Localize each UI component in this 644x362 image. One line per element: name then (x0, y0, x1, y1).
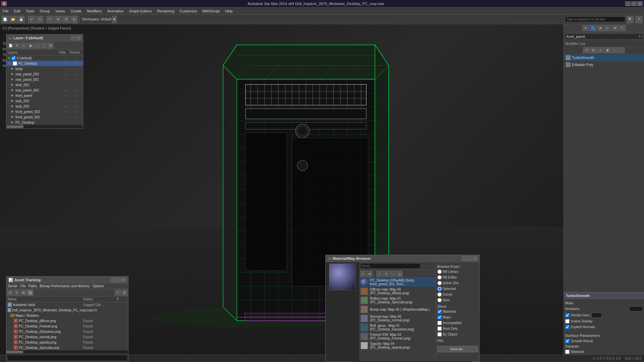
open-button[interactable]: 📂 (9, 16, 17, 23)
layer-check-default[interactable] (11, 56, 16, 60)
mod-move-down-btn[interactable]: ↓ (618, 47, 625, 53)
search-input[interactable] (565, 16, 625, 22)
layer-move-down-btn[interactable]: ↓ (41, 43, 47, 49)
maximize-button[interactable]: □ (631, 1, 637, 6)
menu-customize[interactable]: Customize (177, 8, 200, 14)
materials-check[interactable] (565, 350, 570, 354)
asset-item-opacity[interactable]: T PC_Desktop_opacity.png Found (6, 340, 128, 345)
asset-item-glossines[interactable]: T PC_Desktop_Glossines.png Found (6, 329, 128, 334)
mat-material-list[interactable]: PC_Desktop (VRayMtl) {body, front_greed_… (359, 278, 436, 361)
mod-move-up-btn[interactable]: ↑ (611, 47, 618, 53)
cmd-display-tab[interactable]: 👁 (612, 25, 619, 31)
asset-item-normal[interactable]: T PC_Desktop_normal.png Found (6, 334, 128, 340)
layer-add-sel-btn[interactable]: + (21, 43, 27, 49)
asset-menu-bitmap-perf[interactable]: Bitmap Performance and Memory (40, 284, 90, 288)
mat-item-normal[interactable]: Normal map: Map #6 (PC_Desktop_normal.pn… (359, 314, 436, 323)
iterations-input[interactable]: 0 (629, 306, 643, 311)
modifier-item-editable-poly[interactable]: Editable Poly (564, 61, 644, 68)
menu-animation[interactable]: Animation (105, 8, 126, 14)
mat-search-input[interactable] (360, 263, 421, 269)
mat-delete-btn[interactable]: ✕ (383, 271, 389, 277)
layer-item-stub-001[interactable]: stub_001 — — (6, 82, 83, 87)
layer-help-button[interactable]: ? (71, 36, 75, 40)
asset-search-input[interactable] (7, 355, 127, 361)
menu-file[interactable]: File (0, 8, 11, 14)
asset-minimize-button[interactable]: _ (111, 278, 115, 282)
layer-item-body[interactable]: body — — (6, 66, 83, 71)
mod-make-unique-btn[interactable]: ◇ (597, 47, 604, 53)
menu-edit[interactable]: Edit (11, 8, 23, 14)
asset-close-button[interactable]: ✕ (121, 278, 126, 282)
layer-move-up-btn[interactable]: ↑ (34, 43, 40, 49)
asset-detail-view-btn[interactable]: ▤ (27, 290, 33, 296)
mat-minimize-button[interactable]: _ (462, 256, 467, 261)
layer-new-btn[interactable]: 📄 (7, 43, 13, 49)
layer-scroll-thumb[interactable] (7, 125, 23, 128)
move-button[interactable]: ✛ (54, 16, 62, 23)
layer-item-stub-002[interactable]: stub_002 — — (6, 98, 83, 104)
mat-radio-mtl-editor[interactable]: Mtl Editor (437, 275, 478, 280)
layer-item-pc-desktop[interactable]: PC_Desktop — — (6, 61, 83, 66)
save-button[interactable]: 💾 (17, 16, 25, 23)
object-name-dropdown[interactable]: ▼ (638, 35, 641, 38)
layer-check-pc-desktop[interactable] (13, 61, 17, 66)
mat-item-bump[interactable]: Bump map: Map #5 ( VRayNormalMap ) (359, 305, 436, 314)
asset-menu-server[interactable]: Server (8, 284, 17, 288)
mat-radio-active-slot[interactable]: Active Slot (437, 281, 478, 286)
asset-panel-controls[interactable]: _ □ ✕ (111, 278, 126, 282)
undo-button[interactable]: ↩ (28, 16, 35, 23)
asset-menu-file[interactable]: File (20, 284, 25, 288)
mat-check-root-only[interactable]: Root Only (437, 326, 478, 331)
mat-item-pc-desktop[interactable]: PC_Desktop (VRayMtl) {body, front_greed_… (359, 278, 436, 287)
layer-props-btn[interactable]: ⚙ (48, 43, 54, 49)
layer-panel-controls[interactable]: ? ✕ (71, 36, 81, 40)
mat-new-btn[interactable]: + (376, 271, 382, 277)
asset-item-diffuse[interactable]: T PC_Desktop_diffuse.png Found (6, 318, 128, 323)
mat-item-refl-gloss[interactable]: Refl. gloss.: Map #2 (PC_Desktop_Glossin… (359, 323, 436, 332)
close-button[interactable]: ✕ (637, 1, 643, 6)
mat-check-materials[interactable]: Materials (437, 309, 478, 314)
cmd-hierarchy-tab[interactable]: ⚙ (597, 25, 604, 31)
workspace-dropdown[interactable]: ▼ (112, 16, 117, 23)
mat-get-sel-btn[interactable]: ◎ (396, 271, 402, 277)
smooth-result-check[interactable] (565, 339, 570, 343)
mat-radio-scene[interactable]: Scene (437, 292, 478, 297)
menu-help[interactable]: Help (222, 8, 235, 14)
mat-save-as-button[interactable]: Save As... (437, 346, 478, 352)
layer-sel-layer-btn[interactable]: ◉ (28, 43, 34, 49)
layer-delete-btn[interactable]: ✕ (14, 43, 20, 49)
layer-close-button[interactable]: ✕ (76, 36, 81, 40)
mat-check-maps[interactable]: Maps (437, 315, 478, 320)
asset-item-specular[interactable]: T PC_Desktop_Specular.png Found (6, 345, 128, 350)
mat-radio-mtl-library[interactable]: Mtl Library (437, 269, 478, 274)
mat-item-reflect[interactable]: Reflect.map: Map #1 (PC_Desktop_Specular… (359, 296, 436, 305)
menu-rendering[interactable]: Rendering (155, 8, 177, 14)
menu-views[interactable]: Views (53, 8, 68, 14)
title-bar-right[interactable]: _ □ ✕ (625, 1, 644, 6)
object-name-box[interactable]: front_panel ▼ (565, 34, 643, 40)
mat-icon-view-btn[interactable]: ⊞ (367, 271, 373, 277)
viewport-area[interactable]: [+] [Perspective] [Shaded + Edged Faces]… (0, 24, 564, 362)
mat-list-view-btn[interactable]: ≡ (360, 271, 366, 277)
asset-item-maps-folder[interactable]: Maps / Shaders (6, 313, 128, 318)
layer-hscrollbar[interactable] (6, 125, 83, 128)
asset-menu-paths[interactable]: Paths (29, 284, 37, 288)
render-iters-check[interactable] (565, 313, 570, 317)
asset-maximize-button[interactable]: □ (116, 278, 121, 282)
layer-item-default[interactable]: 0 (default) — — (6, 55, 83, 61)
layer-item-stub-003[interactable]: stub_003 — — (6, 104, 83, 109)
new-button[interactable]: 📄 (1, 16, 9, 23)
mat-browser-controls[interactable]: _ □ ✕ (462, 256, 477, 261)
asset-hscrollbar[interactable] (6, 350, 128, 354)
layer-item-rear-panel-001[interactable]: rear_panel_001 — — (6, 77, 83, 82)
minimize-button[interactable]: _ (625, 1, 631, 6)
menu-tools[interactable]: Tools (23, 8, 37, 14)
asset-item-max-file[interactable]: M Dell_Inspiron_3670_Minitower_Desktop_P… (6, 307, 128, 313)
mat-item-diffuse[interactable]: Diffuse map: Map #0 (PC_Desktop_diffuse.… (359, 287, 436, 296)
mat-radio-selected[interactable]: Selected (437, 286, 478, 291)
asset-menu-options[interactable]: Options (93, 284, 104, 288)
search-button[interactable]: 🔍 (627, 16, 634, 23)
mat-check-incompatible[interactable]: Incompatible (437, 320, 478, 325)
mod-pin-btn[interactable]: 📌 (583, 47, 590, 53)
scale-button[interactable]: ⊡ (70, 16, 78, 23)
